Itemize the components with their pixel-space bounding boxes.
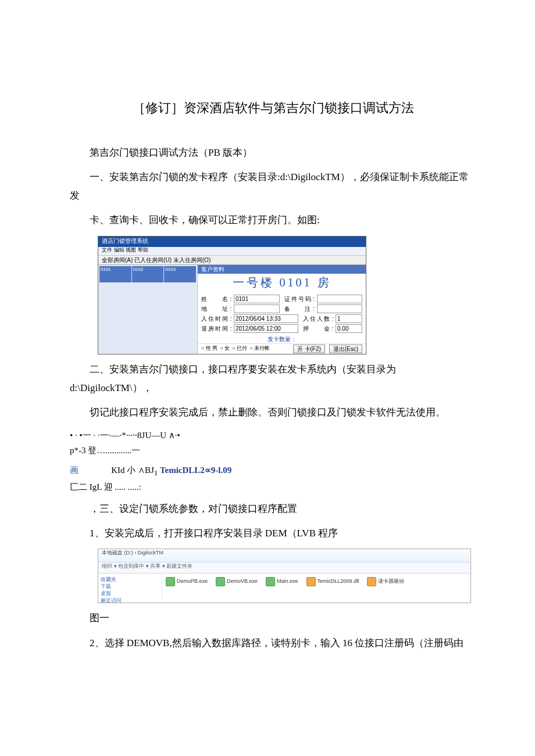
checkin-label: 入住时间: [201, 316, 228, 322]
radio-option[interactable]: ○ 未付帐: [249, 346, 270, 352]
sidebar-link[interactable]: 收藏夹: [101, 577, 159, 583]
file-item[interactable]: 读卡器驱动: [367, 577, 404, 586]
folder-icon: [367, 577, 376, 586]
num-input[interactable]: 1: [336, 314, 362, 323]
sidebar-link[interactable]: 最近访问: [101, 598, 159, 604]
ocr-fragment: 匚二 IgL 迎 ..... .....:: [70, 480, 477, 494]
paragraph-step3-2: 2、选择 DEMOVB,然后输入数据库路径，读特别卡，输入 16 位接口注册码（…: [70, 634, 477, 653]
file-pane: DemoPB.exe DemoVB.exe Main.exe TemicDLL2…: [162, 574, 470, 603]
exe-icon: [166, 577, 175, 586]
room-title: 一号楼 0101 房: [198, 274, 366, 292]
room-tabs[interactable]: 全部房间(A) 已入住房间(U) 未入住房间(O): [98, 256, 366, 265]
room-card[interactable]: 0102: [132, 266, 164, 282]
paragraph-step2: 二、安装第吉尔门锁接口，接口程序要安装在发卡系统内（安装目录为d:\Digilo…: [70, 360, 477, 398]
checkout-label: 退房时间: [201, 325, 228, 332]
ocr-fragment: 画 KId 小 ∧BJ1 TemicDLL2∝9-l.09: [70, 458, 477, 479]
ocr-fragment: p*-3 登…............一: [70, 443, 477, 457]
num-label: 入住人数: [303, 316, 330, 322]
sidebar-link[interactable]: 下载: [101, 584, 159, 590]
file-item[interactable]: Main.exe: [266, 577, 298, 586]
radio-group[interactable]: ○ 性 男 ○ 女 ○ 已付 ○ 未付帐: [201, 346, 271, 352]
explorer-sidebar: 收藏夹 下载 桌面 最近访问: [98, 574, 162, 603]
addr-label: 地 址: [201, 306, 228, 312]
frag-mid: KId 小 ∧BJ1: [111, 465, 158, 475]
remark-input[interactable]: [317, 304, 363, 313]
explorer-address[interactable]: 本地磁盘 (D:) › DigilockTM: [98, 549, 470, 562]
addr-input[interactable]: [234, 304, 280, 313]
file-item[interactable]: DemoPB.exe: [166, 577, 208, 586]
name-label: 姓 名: [201, 296, 228, 302]
guest-form: 姓 名: 0101 证件号码: 地 址: 备 注: 入住时间: 2012: [198, 292, 366, 335]
paragraph-step3-1: 1、安装完成后，打开接口程序安装目录 DEM（LVB 程序: [70, 524, 477, 543]
deposit-input[interactable]: 0.00: [336, 324, 362, 333]
explorer-toolbar[interactable]: 组织 ▾ 包含到库中 ▾ 共享 ▾ 新建文件夹: [98, 562, 470, 574]
paragraph-step1: 一、安装第吉尔门锁的发卡程序（安装目录:d:\DigilockTM），必须保证制…: [70, 168, 477, 206]
exe-icon: [266, 577, 275, 586]
exe-icon: [216, 577, 225, 586]
paragraph-step1b: 卡、查询卡、回收卡，确保可以正常打开房门。如图:: [70, 211, 477, 230]
checkout-input[interactable]: 2012/06/05 12:00: [234, 324, 298, 333]
frag-prefix: 画: [70, 465, 79, 475]
ocr-fragment: • · •一 · ·一·—·*···~8JU—U ∧·•: [70, 428, 477, 442]
room-card[interactable]: 0103: [164, 266, 196, 282]
screenshot-1: 酒店门锁管理系统 文件 编辑 视图 帮助 全部房间(A) 已入住房间(U) 未入…: [98, 236, 366, 354]
remark-label: 备 注: [284, 306, 311, 312]
id-input[interactable]: [317, 295, 363, 303]
exit-button[interactable]: 退出(Esc): [329, 345, 362, 353]
name-input[interactable]: 0101: [234, 295, 280, 303]
figure-caption: 图一: [70, 609, 477, 628]
deposit-label: 押 金: [303, 325, 330, 332]
window-titlebar: 酒店门锁管理系统: [98, 237, 366, 247]
checkin-input[interactable]: 2012/06/04 13:33: [234, 314, 298, 323]
id-label: 证件号码: [284, 296, 311, 302]
panel-caption: 客户资料: [198, 265, 366, 274]
sidebar-link[interactable]: 桌面: [101, 591, 159, 597]
room-card[interactable]: 0101: [99, 266, 131, 282]
card-qty-label: 发卡数量：: [198, 335, 366, 343]
radio-option[interactable]: ○ 性 男: [201, 346, 217, 352]
radio-option[interactable]: ○ 已付: [232, 346, 247, 352]
window-menubar: 文件 编辑 视图 帮助: [98, 247, 366, 256]
radio-option[interactable]: ○ 女: [220, 346, 230, 352]
screenshot-2: 本地磁盘 (D:) › DigilockTM 组织 ▾ 包含到库中 ▾ 共享 ▾…: [98, 549, 471, 603]
file-item[interactable]: TemicDLL2009.dll: [306, 577, 359, 586]
frag-dllname: TemicDLL2∝9-l.09: [160, 465, 231, 475]
doc-title: ［修订］资深酒店软件与第吉尔门锁接口调试方法: [70, 96, 477, 120]
paragraph-intro: 第吉尔门锁接口调试方法（PB 版本）: [70, 144, 477, 162]
paragraph-step2b: 切记此接口程序安装完成后，禁止删除。否则门锁接口及门锁发卡软件无法使用。: [70, 403, 477, 422]
file-item[interactable]: DemoVB.exe: [216, 577, 258, 586]
paragraph-step3: ，三、设定门锁系统参数，对门锁接口程序配置: [70, 500, 477, 518]
dll-icon: [306, 577, 316, 586]
open-card-button[interactable]: 开 卡(F2): [293, 345, 325, 353]
room-list-panel: 0101 0102 0103: [98, 265, 197, 354]
